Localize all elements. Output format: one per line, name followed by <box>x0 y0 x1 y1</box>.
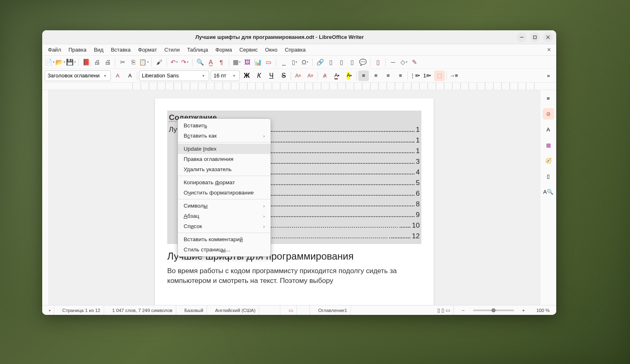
context-menu-item[interactable]: Список› <box>178 221 271 231</box>
cross-ref-icon[interactable]: ▯ <box>347 57 357 67</box>
document-scroll[interactable]: Содержание Лучшие шрифты для1Лучшие шриф… <box>49 90 540 305</box>
redo-icon[interactable]: ↷▾ <box>180 57 190 67</box>
sidebar-navigator-icon[interactable]: 🧭 <box>543 155 554 166</box>
draw-icon[interactable]: ✎ <box>409 57 419 67</box>
sidebar-page-icon[interactable]: ▯ <box>543 170 554 182</box>
outline-icon[interactable]: ⬚ <box>434 70 445 81</box>
shapes-icon[interactable]: ◇▾ <box>399 57 409 67</box>
footnote-icon[interactable]: ▯ <box>326 57 336 67</box>
menu-styles[interactable]: Стили <box>161 45 183 54</box>
close-doc-button[interactable]: ✕ <box>544 46 554 54</box>
export-pdf-icon[interactable]: 📕 <box>81 57 91 67</box>
context-menu-item[interactable]: Копировать формат <box>178 177 271 188</box>
hyperlink-icon[interactable]: 🔗 <box>315 57 325 67</box>
chart-icon[interactable]: 📊 <box>253 57 263 67</box>
sidebar-inspect-icon[interactable]: A🔍 <box>543 186 554 197</box>
align-left-icon[interactable]: ≡ <box>358 70 369 81</box>
open-icon[interactable]: 📂▾ <box>55 57 65 67</box>
menu-table[interactable]: Таблица <box>184 45 211 54</box>
formatting-marks-icon[interactable]: ¶ <box>216 57 226 67</box>
zoom-out-icon[interactable]: − <box>459 305 468 315</box>
track-changes-icon[interactable]: ▯ <box>373 57 383 67</box>
underline-button[interactable]: Ч <box>266 70 277 81</box>
image-icon[interactable]: 🖼 <box>242 57 252 67</box>
context-menu-item[interactable]: Очистить форматирование <box>178 188 271 198</box>
context-menu-item[interactable]: Update Index <box>178 144 271 154</box>
superscript-icon[interactable]: AB <box>293 70 303 81</box>
bold-button[interactable]: Ж <box>241 70 252 81</box>
menu-form[interactable]: Форма <box>212 45 235 54</box>
clear-format-icon[interactable]: A̷ <box>319 70 330 81</box>
print-icon[interactable]: 🖨 <box>92 57 102 67</box>
chevron-down-icon[interactable]: ▾ <box>232 74 237 78</box>
status-page[interactable]: Страница 1 из 12 <box>59 305 104 315</box>
comment-icon[interactable]: 💬 <box>358 57 368 67</box>
status-selection[interactable]: Оглавление1 <box>315 305 351 315</box>
zoom-level[interactable]: 100 % <box>533 305 553 315</box>
zoom-slider[interactable] <box>473 310 514 311</box>
copy-icon[interactable]: ⎘ <box>128 57 138 67</box>
align-justify-icon[interactable]: ≡ <box>395 70 406 81</box>
context-menu-item[interactable]: Вставить как› <box>178 131 271 141</box>
status-selection-mode[interactable]: ▭ <box>285 305 297 315</box>
subscript-icon[interactable]: AB <box>305 70 316 81</box>
status-insert-mode[interactable] <box>264 305 280 315</box>
menu-window[interactable]: Окно <box>262 45 280 54</box>
context-menu-item[interactable]: Символы› <box>178 201 271 211</box>
close-button[interactable] <box>543 32 553 42</box>
special-char-icon[interactable]: Ω▾ <box>300 57 310 67</box>
sidebar-menu-icon[interactable]: ≡ <box>543 93 554 104</box>
menu-insert[interactable]: Вставка <box>107 45 134 54</box>
menu-view[interactable]: Вид <box>91 45 107 54</box>
find-icon[interactable]: 🔍 <box>195 57 205 67</box>
context-menu-item[interactable]: Вставить комментарий <box>178 234 271 244</box>
context-menu-item[interactable]: Стиль страницы... <box>178 244 271 255</box>
more-options-icon[interactable]: » <box>543 70 554 81</box>
chevron-down-icon[interactable]: ▾ <box>201 74 206 78</box>
status-words[interactable]: 1 047 слов, 7 249 символов <box>109 305 176 315</box>
status-signature[interactable] <box>302 305 310 315</box>
menu-help[interactable]: Справка <box>282 45 309 54</box>
menu-tools[interactable]: Сервис <box>236 45 261 54</box>
context-menu-item[interactable]: Правка оглавления <box>178 154 271 164</box>
context-menu-item[interactable]: Абзац› <box>178 211 271 221</box>
table-icon[interactable]: ▦▾ <box>232 57 241 67</box>
new-icon[interactable]: 📄▾ <box>45 57 55 67</box>
paste-icon[interactable]: 📋▾ <box>139 57 149 67</box>
sidebar-properties-icon[interactable]: ⚙ <box>543 108 554 120</box>
font-name-combo[interactable]: ▾ <box>139 70 209 81</box>
status-view-icons[interactable]: ▯ ▯ ▭ <box>434 305 454 315</box>
font-size-combo[interactable]: ▾ <box>211 70 240 81</box>
bullet-list-icon[interactable]: ⋮≡▾ <box>409 70 420 81</box>
menu-format[interactable]: Формат <box>135 45 160 54</box>
update-style-icon[interactable]: A <box>112 70 123 81</box>
sidebar-styles-icon[interactable]: A <box>543 124 554 135</box>
save-icon[interactable]: 💾▾ <box>66 57 76 67</box>
undo-icon[interactable]: ↶▾ <box>169 57 179 67</box>
vertical-ruler[interactable] <box>42 90 49 305</box>
spellcheck-icon[interactable]: A̲ <box>206 57 216 67</box>
align-center-icon[interactable]: ≡ <box>371 70 381 81</box>
textbox-icon[interactable]: ▭ <box>264 57 273 67</box>
line-icon[interactable]: ─ <box>388 57 398 67</box>
strike-button[interactable]: S <box>278 70 289 81</box>
clone-format-icon[interactable]: 🖌 <box>154 57 164 67</box>
paragraph-style-input[interactable] <box>48 72 101 79</box>
menu-edit[interactable]: Правка <box>65 45 90 54</box>
context-menu-item[interactable]: Удалить указатель <box>178 164 271 174</box>
menu-file[interactable]: Файл <box>45 45 64 54</box>
zoom-in-icon[interactable]: + <box>519 305 528 315</box>
chevron-down-icon[interactable]: ▾ <box>102 74 108 78</box>
field-icon[interactable]: ▯▾ <box>289 57 299 67</box>
sidebar-gallery-icon[interactable]: ▦ <box>543 139 554 151</box>
minimize-button[interactable] <box>517 32 527 42</box>
number-list-icon[interactable]: 1≡▾ <box>422 70 432 81</box>
maximize-button[interactable] <box>530 32 540 42</box>
context-menu-item[interactable]: Вставить <box>178 120 271 131</box>
font-name-input[interactable] <box>142 72 199 79</box>
status-save-icon[interactable]: ▪ <box>45 305 54 315</box>
new-style-icon[interactable]: A <box>125 70 135 81</box>
status-language[interactable]: Английский (США) <box>212 305 259 315</box>
bookmark-icon[interactable]: ▯ <box>337 57 346 67</box>
increase-indent-icon[interactable]: →≡ <box>448 70 459 81</box>
